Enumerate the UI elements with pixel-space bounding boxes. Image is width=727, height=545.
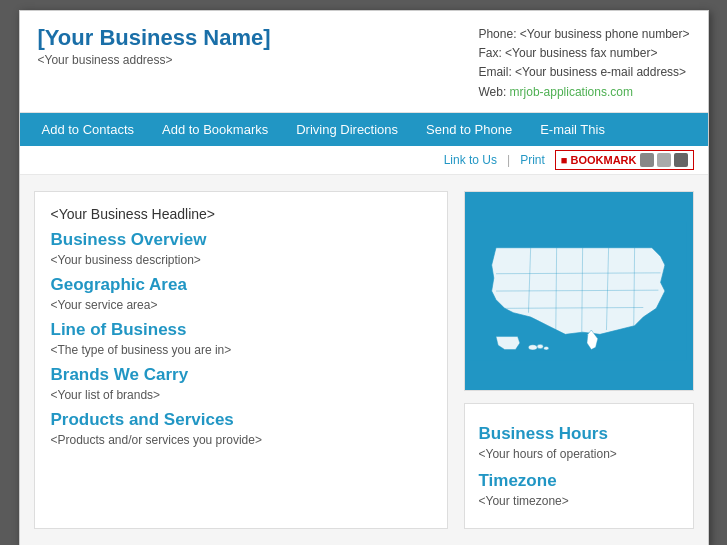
business-name: [Your Business Name] (38, 25, 271, 51)
nav-send-to-phone[interactable]: Send to Phone (412, 113, 526, 146)
svg-point-10 (537, 344, 543, 348)
nav-driving-directions[interactable]: Driving Directions (282, 113, 412, 146)
utility-bar: Link to Us | Print ■ BOOKMARK (20, 146, 708, 175)
web-info: Web: mrjob-applications.com (478, 83, 689, 102)
section-title-2: Line of Business (51, 320, 431, 340)
section-desc-0: <Your business description> (51, 253, 431, 267)
svg-point-9 (529, 344, 538, 349)
bookmark-text: BOOKMARK (571, 154, 637, 166)
bookmark-label: ■ (561, 154, 568, 166)
right-info: Business Hours <Your hours of operation>… (464, 403, 694, 529)
section-desc-3: <Your list of brands> (51, 388, 431, 402)
print-link[interactable]: Print (520, 153, 545, 167)
bk-icon-1 (640, 153, 654, 167)
bookmark-box[interactable]: ■ BOOKMARK (555, 150, 694, 170)
right-section-title-1: Timezone (479, 471, 679, 491)
nav-add-bookmarks[interactable]: Add to Bookmarks (148, 113, 282, 146)
business-headline: <Your Business Headline> (51, 206, 431, 222)
section-title-1: Geographic Area (51, 275, 431, 295)
right-section-desc-1: <Your timezone> (479, 494, 679, 508)
section-desc-2: <The type of business you are in> (51, 343, 431, 357)
bookmark-icons (640, 153, 688, 167)
right-column: Business Hours <Your hours of operation>… (464, 191, 694, 529)
us-map (464, 191, 694, 391)
nav-add-contacts[interactable]: Add to Contacts (28, 113, 149, 146)
bk-icon-2 (657, 153, 671, 167)
nav-email-this[interactable]: E-mail This (526, 113, 619, 146)
right-section-desc-0: <Your hours of operation> (479, 447, 679, 461)
bk-icon-3 (674, 153, 688, 167)
header-left: [Your Business Name] <Your business addr… (38, 25, 271, 102)
section-desc-1: <Your service area> (51, 298, 431, 312)
phone-info: Phone: <Your business phone number> (478, 25, 689, 44)
page-wrapper: [Your Business Name] <Your business addr… (19, 10, 709, 545)
us-map-svg (470, 197, 687, 385)
right-section-title-0: Business Hours (479, 424, 679, 444)
section-title-4: Products and Services (51, 410, 431, 430)
header-right: Phone: <Your business phone number> Fax:… (478, 25, 689, 102)
business-address: <Your business address> (38, 53, 271, 67)
section-title-0: Business Overview (51, 230, 431, 250)
link-to-us[interactable]: Link to Us (444, 153, 497, 167)
navbar: Add to Contacts Add to Bookmarks Driving… (20, 113, 708, 146)
svg-point-11 (544, 346, 549, 349)
section-title-3: Brands We Carry (51, 365, 431, 385)
email-info: Email: <Your business e-mail address> (478, 63, 689, 82)
header: [Your Business Name] <Your business addr… (20, 11, 708, 113)
left-column: <Your Business Headline> Business Overvi… (34, 191, 448, 529)
section-desc-4: <Products and/or services you provide> (51, 433, 431, 447)
web-link[interactable]: mrjob-applications.com (510, 85, 633, 99)
fax-info: Fax: <Your business fax number> (478, 44, 689, 63)
main-content: <Your Business Headline> Business Overvi… (20, 175, 708, 545)
